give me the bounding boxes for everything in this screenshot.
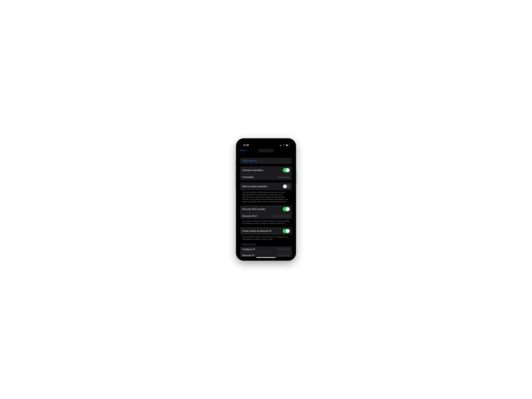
- low-data-footer: El modo de datos reducidos ayuda a dismi…: [240, 190, 292, 203]
- wifi-address-row[interactable]: Dirección Wi-Fi: [240, 213, 292, 219]
- password-value: ●●●●●●●●●●: [278, 176, 290, 178]
- navigation-bar: Wi-Fi: [238, 148, 294, 154]
- password-label: Contraseña: [242, 176, 254, 178]
- wifi-address-label: Dirección Wi-Fi: [242, 215, 257, 217]
- back-label: Wi-Fi: [242, 149, 247, 152]
- private-address-footer: El uso de una dirección privada contribu…: [240, 219, 292, 225]
- content[interactable]: Omitir esta red Conexión automática Cont…: [238, 154, 294, 257]
- wifi-address-redacted: [272, 215, 290, 217]
- forget-network-button[interactable]: Omitir esta red: [240, 158, 292, 164]
- chevron-left-icon: [240, 149, 241, 152]
- volume-down-button: [236, 179, 236, 188]
- connection-group: Conexión automática Contraseña ●●●●●●●●●…: [240, 166, 292, 180]
- ipv4-group: Configurar IP Dirección IP Máscara de su…: [240, 246, 292, 257]
- forget-network-label: Omitir esta red: [242, 160, 257, 162]
- battery-percent: 40: [287, 145, 288, 146]
- side-button: [236, 161, 236, 165]
- network-name-redacted: [258, 149, 274, 152]
- configure-ip-label: Configurar IP: [242, 248, 255, 251]
- auto-join-label: Conexión automática: [242, 169, 263, 171]
- private-address-toggle[interactable]: [283, 207, 290, 211]
- auto-join-toggle[interactable]: [283, 168, 290, 172]
- low-data-label: Modo de datos reducidos: [242, 185, 267, 188]
- forget-network-group: Omitir esta red: [240, 158, 292, 164]
- configure-ip-row[interactable]: Configurar IP: [240, 246, 292, 253]
- wifi-icon: [283, 144, 285, 147]
- phone-frame: 11:20 40: [236, 139, 296, 260]
- home-indicator[interactable]: [256, 257, 276, 258]
- private-address-group: Dirección Wi-Fi privada Dirección Wi-Fi: [240, 205, 292, 219]
- password-row[interactable]: Contraseña ●●●●●●●●●●: [240, 174, 292, 180]
- ip-address-row[interactable]: Dirección IP: [240, 253, 292, 257]
- battery-indicator: 40: [286, 144, 290, 146]
- ip-address-label: Dirección IP: [242, 254, 254, 257]
- ip-address-value-redacted: [277, 254, 290, 257]
- auto-join-row[interactable]: Conexión automática: [240, 166, 292, 174]
- low-data-row[interactable]: Modo de datos reducidos: [240, 183, 292, 190]
- dynamic-island: [258, 142, 274, 146]
- private-address-label: Dirección Wi-Fi privada: [242, 208, 265, 210]
- power-button: [296, 171, 296, 184]
- configure-ip-value-redacted: [277, 248, 290, 251]
- low-data-toggle[interactable]: [283, 184, 290, 189]
- limit-ip-group: Limitar rastreo de dirección IP: [240, 227, 292, 235]
- limit-ip-row[interactable]: Limitar rastreo de dirección IP: [240, 227, 292, 235]
- volume-up-button: [236, 169, 236, 177]
- back-button[interactable]: Wi-Fi: [240, 149, 247, 152]
- private-address-row[interactable]: Dirección Wi-Fi privada: [240, 205, 292, 213]
- cellular-signal-icon: [280, 144, 282, 146]
- limit-ip-label: Limitar rastreo de dirección IP: [242, 230, 272, 232]
- low-data-group: Modo de datos reducidos: [240, 183, 292, 190]
- ipv4-section-header: DIRECCIÓN IPV4: [240, 241, 292, 246]
- limit-ip-toggle[interactable]: [283, 229, 290, 233]
- limit-ip-footer: Puedes limitar el rastreo de tu direcció…: [240, 235, 292, 241]
- screen: 11:20 40: [238, 140, 294, 259]
- status-time: 11:20: [243, 144, 249, 146]
